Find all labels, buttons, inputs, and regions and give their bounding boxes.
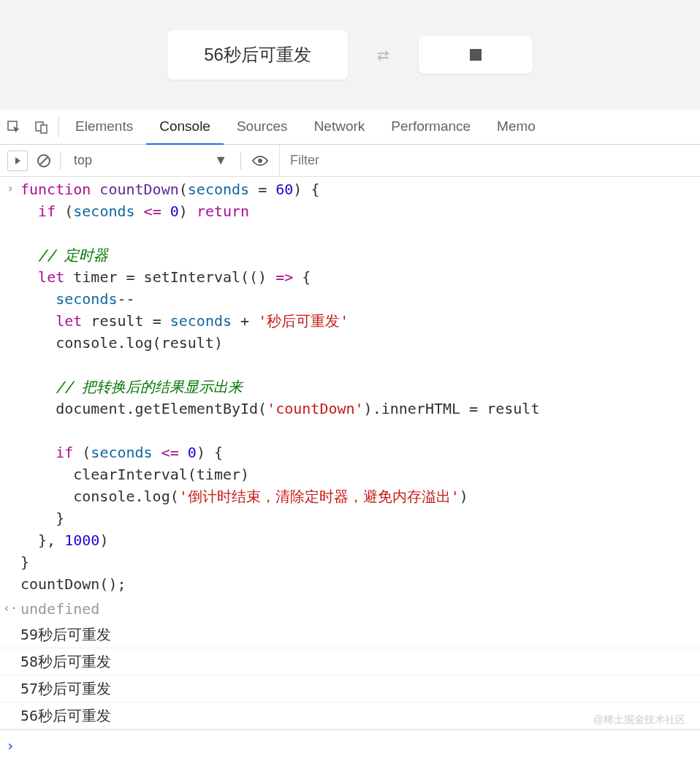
- code-block: function countDown(seconds = 60) { if (s…: [20, 178, 694, 595]
- swap-icon: ⇄: [377, 46, 389, 64]
- stop-icon: [470, 49, 482, 61]
- countdown-button[interactable]: 56秒后可重发: [167, 30, 348, 80]
- console-prompt-row[interactable]: ›: [0, 730, 700, 761]
- divider: [240, 152, 241, 170]
- console-log-row: 57秒后可重发: [0, 675, 700, 702]
- prompt-chevron-icon: ›: [6, 735, 20, 757]
- clear-console-icon[interactable]: [34, 151, 54, 171]
- device-toggle-icon[interactable]: [28, 110, 56, 145]
- svg-point-5: [258, 159, 262, 163]
- devtools-tab-bar: Elements Console Sources Network Perform…: [0, 110, 700, 145]
- svg-line-4: [40, 157, 47, 164]
- live-expression-icon[interactable]: [247, 154, 273, 167]
- tab-performance[interactable]: Performance: [378, 110, 484, 145]
- secondary-button[interactable]: [419, 36, 533, 74]
- tab-elements[interactable]: Elements: [62, 110, 146, 145]
- console-log-row: 59秒后可重发: [0, 621, 700, 648]
- tab-sources[interactable]: Sources: [224, 110, 301, 145]
- console-return-row: ‹· undefined: [0, 596, 700, 621]
- divider: [60, 152, 61, 170]
- svg-rect-2: [41, 125, 47, 133]
- input-chevron-icon: ›: [0, 178, 20, 197]
- context-dropdown[interactable]: top ▼: [66, 150, 235, 171]
- divider: [58, 117, 59, 137]
- output-chevron-icon: ‹·: [0, 598, 20, 617]
- play-icon[interactable]: [7, 151, 28, 171]
- tab-memory[interactable]: Memo: [484, 110, 549, 145]
- page-preview-area: 56秒后可重发 ⇄: [0, 0, 700, 110]
- return-value: undefined: [20, 598, 694, 620]
- context-label: top: [74, 153, 92, 168]
- console-toolbar: top ▼: [0, 145, 700, 177]
- console-log-row: 58秒后可重发: [0, 648, 700, 675]
- chevron-down-icon: ▼: [214, 153, 227, 168]
- inspect-icon[interactable]: [0, 110, 28, 145]
- filter-input[interactable]: [279, 145, 693, 176]
- tab-network[interactable]: Network: [301, 110, 378, 145]
- console-body: › function countDown(seconds = 60) { if …: [0, 177, 700, 761]
- console-input-row[interactable]: › function countDown(seconds = 60) { if …: [0, 177, 700, 596]
- watermark: @稀土掘金技术社区: [593, 713, 685, 727]
- tab-console[interactable]: Console: [146, 110, 224, 145]
